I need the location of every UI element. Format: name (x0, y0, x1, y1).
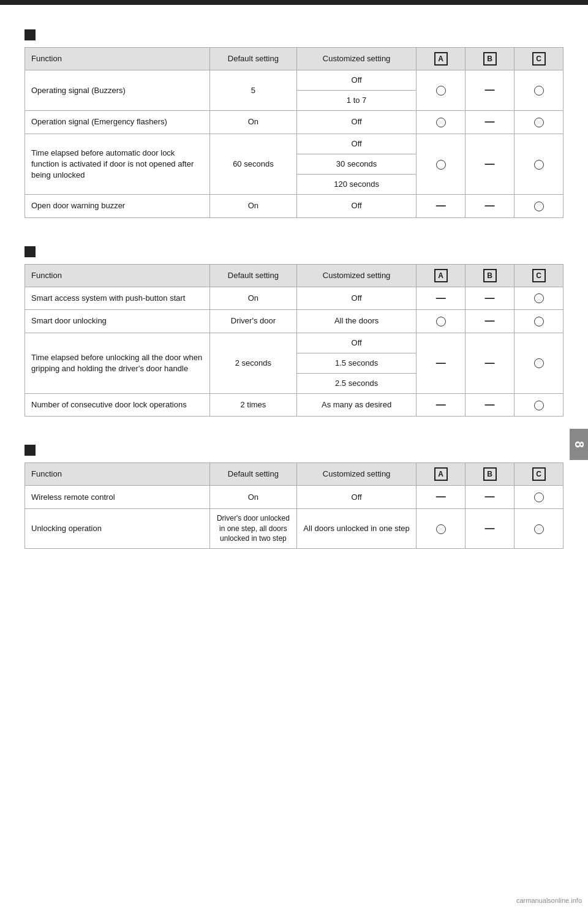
td-default: 2 seconds (209, 333, 296, 394)
th-default-2: Default setting (209, 264, 296, 287)
table-2: Function Default setting Customized sett… (24, 264, 564, 417)
td-c (514, 287, 564, 309)
th-custom-1: Customized setting (296, 48, 416, 70)
table-row: Number of consecutive door lock operatio… (25, 394, 564, 417)
td-function: Number of consecutive door lock operatio… (25, 394, 210, 417)
td-a: — (417, 287, 466, 309)
section-marker-1 (24, 29, 36, 40)
td-function: Open door warning buzzer (25, 195, 210, 217)
td-function: Operating signal (Buzzers) (25, 70, 210, 111)
td-function: Time elapsed before automatic door lock … (25, 134, 210, 195)
badge-c-3: C (532, 467, 546, 481)
badge-a-2: A (434, 269, 448, 282)
td-custom: 120 seconds (296, 175, 416, 195)
td-b: — (466, 287, 514, 309)
td-a (417, 310, 466, 333)
td-custom-unlocking: All doors unlocked in one step (296, 508, 416, 548)
td-c (514, 508, 564, 548)
section-block-1: Function Default setting Customized sett… (24, 18, 564, 218)
td-function: Time elapsed before unlocking all the do… (25, 333, 210, 394)
table-1: Function Default setting Customized sett… (24, 47, 564, 218)
table-row: Smart access system with push-button sta… (25, 287, 564, 309)
td-custom: 1 to 7 (296, 91, 416, 111)
table-row: Operation signal (Emergency flashers) On… (25, 111, 564, 134)
td-a (417, 111, 466, 134)
td-c (514, 394, 564, 417)
section-block-2: Function Default setting Customized sett… (24, 235, 564, 417)
td-b: — (466, 333, 514, 394)
td-function: Operation signal (Emergency flashers) (25, 111, 210, 134)
td-custom: Off (296, 195, 416, 217)
td-c (514, 134, 564, 195)
td-b: — (466, 310, 514, 333)
td-c (514, 70, 564, 111)
td-default: On (209, 195, 296, 217)
table-3: Function Default setting Customized sett… (24, 462, 564, 549)
td-default: On (209, 287, 296, 309)
watermark: carmanualsonline.info (516, 897, 582, 904)
section-marker-3 (24, 445, 36, 456)
th-c-2: C (514, 264, 564, 287)
td-custom: Off (296, 333, 416, 353)
td-a (417, 508, 466, 548)
td-function: Wireless remote control (25, 486, 210, 508)
table-row: Unlocking operation Driver's door unlock… (25, 508, 564, 548)
table-row: Open door warning buzzer On Off — — (25, 195, 564, 217)
td-default: 60 seconds (209, 134, 296, 195)
td-default: On (209, 111, 296, 134)
section-marker-2 (24, 246, 36, 257)
badge-b-1: B (483, 52, 497, 66)
badge-b-2: B (483, 269, 497, 282)
table-row: Wireless remote control On Off — — (25, 486, 564, 508)
td-b: — (466, 508, 514, 548)
td-custom: 2.5 seconds (296, 373, 416, 393)
th-function-1: Function (25, 48, 210, 70)
th-function-3: Function (25, 463, 210, 486)
td-custom: As many as desired (296, 394, 416, 417)
th-a-2: A (417, 264, 466, 287)
section-block-3: Function Default setting Customized sett… (24, 434, 564, 549)
badge-a-1: A (434, 52, 448, 66)
th-a-3: A (417, 463, 466, 486)
badge-c-2: C (532, 269, 546, 282)
table-row: Time elapsed before automatic door lock … (25, 134, 564, 154)
td-a (417, 134, 466, 195)
td-c (514, 195, 564, 217)
td-function-unlocking: Unlocking operation (25, 508, 210, 548)
table-row: Operating signal (Buzzers) 5 Off — (25, 70, 564, 91)
td-b: — (466, 486, 514, 508)
th-b-1: B (466, 48, 514, 70)
td-function: Smart access system with push-button sta… (25, 287, 210, 309)
th-c-1: C (514, 48, 564, 70)
th-custom-2: Customized setting (296, 264, 416, 287)
td-a: — (417, 333, 466, 394)
td-a: — (417, 394, 466, 417)
td-default-unlocking: Driver's door unlocked in one step, all … (209, 508, 296, 548)
td-b: — (466, 111, 514, 134)
td-custom: All the doors (296, 310, 416, 333)
badge-c-1: C (532, 52, 546, 66)
th-default-3: Default setting (209, 463, 296, 486)
td-c (514, 111, 564, 134)
td-custom: Off (296, 111, 416, 134)
td-default: 2 times (209, 394, 296, 417)
td-default: Driver's door (209, 310, 296, 333)
td-b: — (466, 195, 514, 217)
td-custom: 30 seconds (296, 154, 416, 174)
table-row: Smart door unlocking Driver's door All t… (25, 310, 564, 333)
th-a-1: A (417, 48, 466, 70)
th-b-3: B (466, 463, 514, 486)
th-c-3: C (514, 463, 564, 486)
td-b: — (466, 394, 514, 417)
td-custom: Off (296, 486, 416, 508)
th-custom-3: Customized setting (296, 463, 416, 486)
td-default: 5 (209, 70, 296, 111)
badge-b-3: B (483, 467, 497, 481)
td-a: — (417, 195, 466, 217)
td-custom: 1.5 seconds (296, 353, 416, 373)
badge-a-3: A (434, 467, 448, 481)
th-function-2: Function (25, 264, 210, 287)
td-custom: Off (296, 287, 416, 309)
side-page-number: 8 (570, 429, 588, 460)
table-row: Time elapsed before unlocking all the do… (25, 333, 564, 353)
